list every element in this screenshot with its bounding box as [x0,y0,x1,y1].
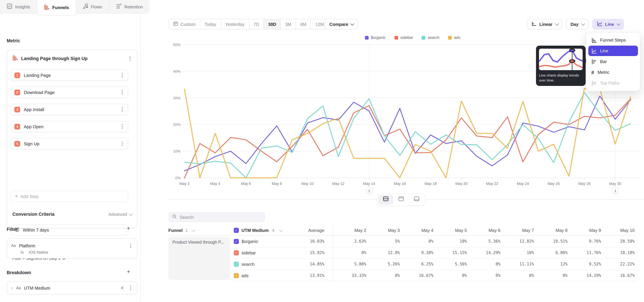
cell-value: 0% [467,262,500,266]
table-view-button[interactable] [409,195,424,204]
tab-retention[interactable]: Retention [109,0,150,14]
range-7d[interactable]: 7D [249,19,264,29]
step-label: Sign Up [24,141,116,146]
step-kebab-icon[interactable] [120,72,124,78]
step-label: Landing Page [24,73,116,78]
cell-value: 5% [366,239,400,244]
drag-handle-icon[interactable]: ≡ [11,286,13,290]
conversion-window-button[interactable]: Within 7 days [10,224,128,236]
funnel-step-1[interactable]: 1Landing Page [10,70,128,81]
range-today[interactable]: Today [200,19,221,29]
table-rows: ✓$organic16.03%2.63%5%8%10%5.36%12.82%19… [168,236,636,281]
range-3m[interactable]: 3M [281,19,296,29]
cell-value: 2.63% [333,239,366,244]
menu-item-label: Metric [598,70,610,75]
row-checkbox[interactable]: ✓ [234,262,239,266]
tab-insights[interactable]: Insights [0,0,37,14]
tab-flows[interactable]: Flows [76,0,109,14]
funnel-column-header[interactable]: Funnel1 [168,228,234,233]
range-yesterday[interactable]: Yesterday [221,19,249,29]
funnel-step-2[interactable]: 2Download Page [10,86,128,98]
date-column-header: May 2 [333,228,366,233]
report-main-area: CustomTodayYesterday7D30D3M6M12M Compare… [141,0,644,302]
funnel-options-kebab-icon[interactable] [128,56,132,61]
funnel-step-4[interactable]: 4App Open [10,121,128,132]
funnel-cell[interactable]: Product Viewed through P... [168,237,230,280]
cell-value: 0% [534,273,568,278]
funnel-step-5[interactable]: 5Sign Up [10,138,128,149]
range-6m[interactable]: 6M [296,19,311,29]
series-line-ads[interactable] [184,88,630,178]
cell-value: 16.67% [601,273,634,278]
cell-value: 18.18% [601,250,634,255]
filter-section-title: Filter [7,227,18,232]
series-line-sidebar[interactable] [184,99,630,178]
chart-type-menu: Funnel StepsLineBar#MetricTop Paths [586,32,640,91]
step-kebab-icon[interactable] [120,90,124,95]
funnel-step-3[interactable]: 3App Install [10,104,128,115]
breakdown-kebab-icon[interactable] [128,285,133,290]
breakdown-property: UTM Medium [24,286,116,290]
filter-value[interactable]: iOS Native [29,250,48,255]
search-input[interactable] [180,214,261,220]
y-axis-label: 10% [173,149,180,153]
step-kebab-icon[interactable] [120,107,124,112]
flows-icon [82,3,88,10]
breakdown-select-checkbox[interactable]: ✓ [234,228,239,233]
calendar-icon [173,21,178,27]
remove-breakdown-icon[interactable]: ✕ [120,285,125,290]
x-axis-label: May 18 [425,182,437,186]
table-search[interactable] [168,212,265,222]
menu-item-funnel-steps[interactable]: Funnel Steps [588,35,638,45]
chevron-down-icon [617,22,620,26]
advanced-dropdown[interactable]: Advanced [108,212,132,216]
chevron-down-icon [192,228,195,232]
table-row: ✓$organic16.03%2.63%5%8%10%5.36%12.82%19… [168,236,636,247]
breakdown-card[interactable]: ≡ Aa UTM Medium ✕ [7,282,137,294]
filter-kebab-icon[interactable] [128,243,133,248]
cell-value: 11.76% [568,250,601,255]
query-builder-sidebar: Metric Landing Page through Sign Up 1Lan… [0,14,141,302]
menu-item-bar[interactable]: Bar [588,56,638,67]
compare-button[interactable]: Compare [325,19,358,30]
chart-type-dropdown[interactable]: Line [592,19,624,30]
menu-item-line[interactable]: Line [588,46,638,56]
x-axis-label: May 10 [302,182,314,186]
add-breakdown-button[interactable]: + [126,270,131,275]
series-line-organic[interactable] [184,96,630,171]
bar-chart-icon [591,59,597,64]
filter-operator[interactable]: Is [20,250,24,255]
filter-card[interactable]: Aa Platform Is iOS Native [7,238,137,258]
add-step-button[interactable]: + Add Step [10,190,128,202]
range-30d[interactable]: 30D [264,19,281,29]
menu-item-label: Top Paths [600,80,620,86]
step-kebab-icon[interactable] [120,141,124,146]
retention-icon [116,3,122,10]
step-label: App Install [24,107,116,112]
row-checkbox[interactable]: ✓ [234,239,239,244]
date-column-header: May 10 [601,228,634,233]
conversion-criteria-title: Conversion Criteria [12,212,108,217]
x-axis-label: May 22 [486,182,498,186]
split-view-button[interactable] [378,195,393,204]
date-column-header: May 5 [433,228,467,233]
menu-item-label: Line [600,48,608,53]
row-checkbox[interactable]: ✓ [234,273,239,278]
interval-dropdown[interactable]: Day [566,19,588,30]
breakdown-column-header[interactable]: ✓UTM Medium4 [234,228,291,233]
add-filter-button[interactable]: + [126,226,131,232]
x-axis-label: May 14 [363,182,375,186]
chart-view-button[interactable] [394,195,408,204]
row-checkbox[interactable]: ✓ [234,250,239,255]
table-header-row: Funnel1✓UTM Medium4AverageMay 2May 3May … [168,226,636,236]
range-label: 30D [268,22,276,27]
chart-view-icon [398,196,404,203]
cell-value: 14.29% [467,250,500,255]
step-kebab-icon[interactable] [120,124,124,129]
range-custom[interactable]: Custom [169,19,200,29]
range-label: 3M [285,22,291,27]
scale-dropdown[interactable]: Linear [527,19,562,30]
menu-item-metric[interactable]: #Metric [588,67,638,78]
tab-funnels[interactable]: Funnels [37,0,76,16]
cell-value: 11.11% [500,262,534,266]
